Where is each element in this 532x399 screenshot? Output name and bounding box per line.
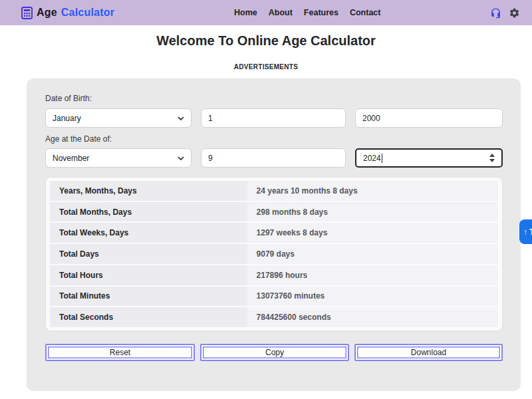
- dob-day-input[interactable]: 1: [201, 108, 346, 128]
- result-value: 24 years 10 months 8 days: [247, 181, 498, 201]
- scroll-to-top-button[interactable]: ↑ Top: [519, 219, 532, 244]
- chevron-down-icon: [178, 156, 184, 160]
- dob-year-value: 2000: [362, 114, 380, 123]
- result-value: 217896 hours: [247, 265, 498, 285]
- download-button[interactable]: Download: [354, 344, 503, 361]
- result-label: Total Minutes: [50, 287, 247, 307]
- result-label: Total Seconds: [50, 307, 247, 327]
- advertisements-label: ADVERTISEMENTS: [0, 63, 532, 70]
- nav-item-contact[interactable]: Contact: [350, 8, 381, 17]
- brand-text-age: Age: [37, 7, 57, 19]
- dob-year-input[interactable]: 2000: [355, 108, 503, 128]
- table-row: Total Weeks, Days 1297 weeks 8 days: [50, 223, 498, 243]
- result-label: Total Hours: [50, 265, 247, 285]
- table-row: Total Minutes 13073760 minutes: [50, 287, 498, 307]
- calculator-icon: [21, 7, 33, 19]
- dob-day-value: 1: [208, 114, 213, 123]
- header-icon-group: [490, 0, 520, 25]
- result-label: Total Weeks, Days: [50, 223, 247, 243]
- main-nav: Home About Features Contact: [234, 0, 380, 25]
- age-month-select[interactable]: November: [45, 148, 192, 168]
- chevron-down-icon: [178, 116, 184, 120]
- page-title: Welcome To Online Age Calculator: [0, 33, 532, 49]
- dob-month-select[interactable]: January: [45, 108, 192, 128]
- table-row: Total Hours 217896 hours: [50, 265, 498, 285]
- dob-month-value: January: [53, 114, 81, 123]
- copy-button[interactable]: Copy: [200, 344, 349, 361]
- age-year-value: 2024: [363, 154, 381, 163]
- result-value: 784425600 seconds: [247, 307, 498, 327]
- table-row: Total Months, Days 298 months 8 days: [50, 202, 498, 222]
- result-value: 1297 weeks 8 days: [247, 223, 498, 243]
- results-table: Years, Months, Days 24 years 10 months 8…: [45, 177, 503, 331]
- result-value: 9079 days: [247, 244, 498, 264]
- age-month-value: November: [53, 154, 89, 163]
- number-spinner[interactable]: [489, 154, 495, 162]
- text-caret: [382, 154, 382, 163]
- age-year-input[interactable]: 2024: [355, 148, 503, 168]
- age-at-label: Age at the Date of:: [45, 134, 112, 144]
- headset-icon[interactable]: [490, 7, 501, 19]
- brand-text-calculator: Calculator: [61, 7, 114, 19]
- table-row: Total Seconds 784425600 seconds: [50, 307, 498, 327]
- result-label: Total Months, Days: [50, 202, 247, 222]
- result-value: 13073760 minutes: [247, 287, 498, 307]
- age-day-input[interactable]: 9: [201, 148, 346, 168]
- spinner-up-icon[interactable]: [489, 154, 495, 157]
- spinner-down-icon[interactable]: [489, 159, 495, 162]
- age-day-value: 9: [208, 154, 213, 163]
- app-logo[interactable]: Age Calculator: [21, 0, 114, 25]
- table-row: Total Days 9079 days: [50, 244, 498, 264]
- nav-item-home[interactable]: Home: [234, 8, 257, 17]
- dob-label: Date of Birth:: [45, 94, 92, 103]
- table-row: Years, Months, Days 24 years 10 months 8…: [50, 181, 498, 201]
- header-bar: Age Calculator Home About Features Conta…: [0, 0, 532, 25]
- nav-item-about[interactable]: About: [269, 8, 293, 17]
- result-label: Years, Months, Days: [50, 181, 247, 201]
- gear-icon[interactable]: [509, 7, 520, 19]
- nav-item-features[interactable]: Features: [304, 8, 338, 17]
- reset-button[interactable]: Reset: [45, 344, 195, 361]
- result-label: Total Days: [50, 244, 247, 264]
- result-value: 298 months 8 days: [247, 202, 498, 222]
